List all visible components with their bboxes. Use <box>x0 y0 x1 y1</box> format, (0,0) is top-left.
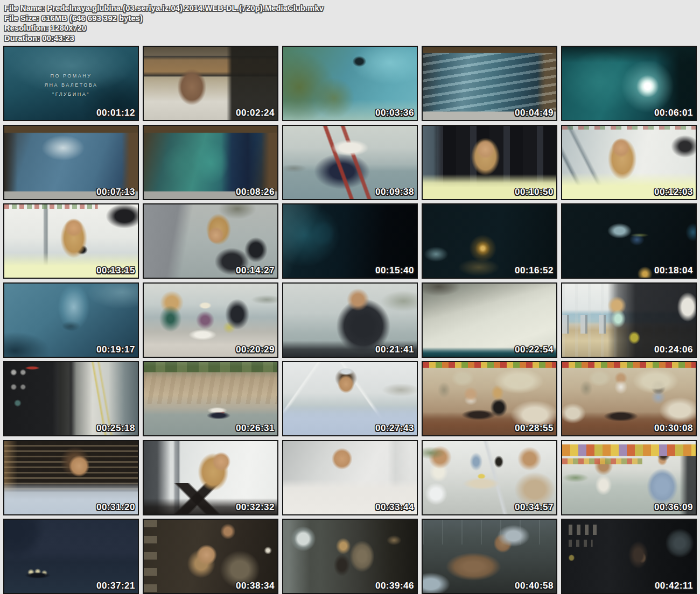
video-thumbnail: 00:16:52 <box>422 203 557 279</box>
video-thumbnail: 00:22:54 <box>422 282 557 358</box>
timestamp-label: 00:31:20 <box>96 502 135 513</box>
timestamp-label: 00:25:18 <box>96 423 135 434</box>
file-size-line: File Size: 616MB (646 693 392 bytes) <box>4 13 700 24</box>
timestamp-label: 00:26:31 <box>236 423 275 434</box>
timestamp-label: 00:27:43 <box>375 423 414 434</box>
video-thumbnail: 00:39:46 <box>282 519 418 594</box>
video-thumbnail: 00:14:27 <box>143 203 278 279</box>
video-thumbnail: 00:08:26 <box>143 125 278 200</box>
timestamp-label: 00:38:34 <box>236 581 275 591</box>
video-thumbnail: 00:10:50 <box>422 125 557 200</box>
video-thumbnail: 00:04:49 <box>422 46 557 121</box>
timestamp-label: 00:33:44 <box>375 502 414 513</box>
timestamp-label: 00:08:26 <box>236 187 275 197</box>
video-thumbnail: 00:19:17 <box>3 282 139 358</box>
video-thumbnail: 00:34:57 <box>422 440 557 515</box>
video-thumbnail: 00:30:08 <box>561 361 697 436</box>
video-thumbnail: 00:07:13 <box>3 125 139 200</box>
video-thumbnail: 00:25:18 <box>3 361 139 436</box>
timestamp-label: 00:37:21 <box>96 581 135 591</box>
timestamp-label: 00:02:24 <box>236 108 275 118</box>
timestamp-label: 00:24:06 <box>654 344 693 355</box>
timestamp-label: 00:01:12 <box>96 108 135 118</box>
video-thumbnail: 00:03:36 <box>282 46 418 121</box>
timestamp-label: 00:07:13 <box>96 187 135 197</box>
file-info-header: File Name: Predelnaya.glubina.(03.seriya… <box>0 0 700 43</box>
timestamp-label: 00:12:03 <box>654 187 693 197</box>
video-thumbnail: 00:42:11 <box>561 519 697 594</box>
video-thumbnail: ПО РОМАНУ ЯНА ВАЛЕТОВА "ГЛУБИНА" 00:01:1… <box>3 46 139 121</box>
timestamp-label: 00:34:57 <box>515 502 554 513</box>
video-thumbnail: 00:28:55 <box>422 361 557 436</box>
timestamp-label: 00:09:38 <box>375 187 414 197</box>
timestamp-label: 00:22:54 <box>515 344 554 355</box>
video-thumbnail: 00:37:21 <box>3 519 139 594</box>
timestamp-label: 00:03:36 <box>375 108 414 118</box>
video-thumbnail: 00:12:03 <box>561 125 697 200</box>
timestamp-label: 00:28:55 <box>515 423 554 434</box>
timestamp-label: 00:16:52 <box>515 265 554 276</box>
timestamp-label: 00:39:46 <box>375 581 414 591</box>
video-thumbnail: 00:09:38 <box>282 125 418 200</box>
video-thumbnail: 00:18:04 <box>561 203 697 279</box>
video-thumbnail: 00:26:31 <box>143 361 278 436</box>
timestamp-label: 00:20:29 <box>236 344 275 355</box>
video-thumbnail: 00:32:32 <box>143 440 278 515</box>
timestamp-label: 00:36:09 <box>654 502 693 513</box>
duration-line: Duration: 00:43:23 <box>4 33 700 44</box>
video-thumbnail: 00:15:40 <box>282 203 418 279</box>
video-thumbnail: 00:27:43 <box>282 361 418 436</box>
video-thumbnail: 00:02:24 <box>143 46 278 121</box>
video-thumbnail: 00:33:44 <box>282 440 418 515</box>
timestamp-label: 00:18:04 <box>654 265 693 276</box>
video-thumbnail: 00:13:15 <box>3 203 139 279</box>
video-thumbnail: 00:31:20 <box>3 440 139 515</box>
timestamp-label: 00:30:08 <box>654 423 693 434</box>
timestamp-label: 00:40:58 <box>515 581 554 591</box>
timestamp-label: 00:19:17 <box>96 344 135 355</box>
file-name-line: File Name: Predelnaya.glubina.(03.seriya… <box>4 3 700 13</box>
video-thumbnail: 00:21:41 <box>282 282 418 358</box>
video-thumbnail: 00:40:58 <box>422 519 557 594</box>
timestamp-label: 00:13:15 <box>96 265 135 276</box>
timestamp-label: 00:14:27 <box>236 265 275 276</box>
timestamp-label: 00:42:11 <box>655 581 693 591</box>
timestamp-label: 00:21:41 <box>375 344 414 355</box>
timestamp-label: 00:32:32 <box>236 502 275 513</box>
video-thumbnail: 00:38:34 <box>143 519 278 594</box>
video-thumbnail: 00:06:01 <box>561 46 697 121</box>
opening-titles-caption: ПО РОМАНУ ЯНА ВАЛЕТОВА "ГЛУБИНА" <box>4 72 138 99</box>
timestamp-label: 00:10:50 <box>515 187 554 197</box>
video-thumbnail: 00:24:06 <box>561 282 697 358</box>
timestamp-label: 00:06:01 <box>654 108 693 118</box>
timestamp-label: 00:04:49 <box>515 108 554 118</box>
thumbnail-grid: ПО РОМАНУ ЯНА ВАЛЕТОВА "ГЛУБИНА" 00:01:1… <box>3 46 697 594</box>
video-thumbnail: 00:20:29 <box>143 282 278 358</box>
video-thumbnail: 00:36:09 <box>561 440 697 515</box>
timestamp-label: 00:15:40 <box>375 265 414 276</box>
resolution-line: Resolution: 1280x720 <box>4 23 700 33</box>
